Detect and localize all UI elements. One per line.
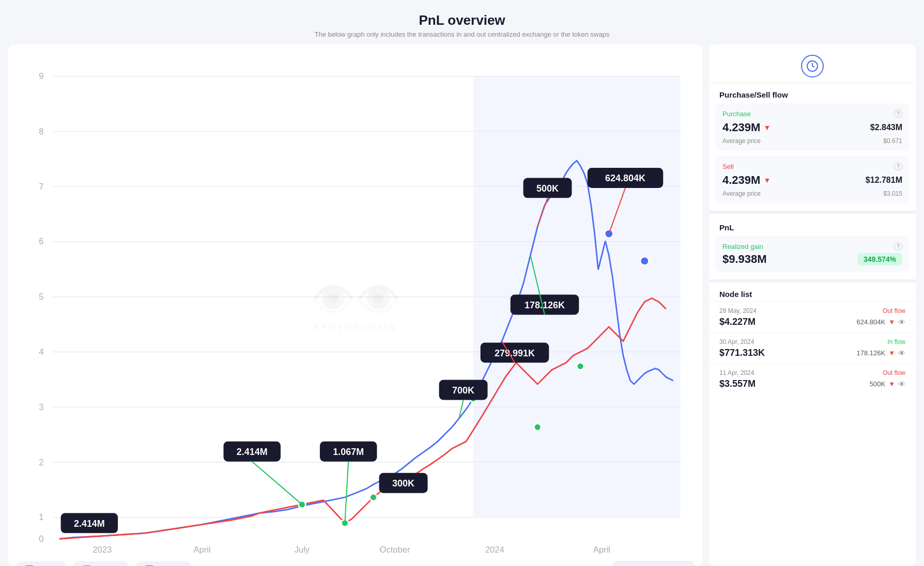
pnl-badge: 349.574% <box>857 253 902 265</box>
svg-text:700K: 700K <box>452 385 474 396</box>
node-date-2: 11 Apr, 2024 <box>719 369 754 376</box>
svg-point-28 <box>370 494 377 501</box>
svg-text:2023: 2023 <box>93 545 112 555</box>
node-item-1: 30 Apr, 2024 In flow $771.313K 178.126K … <box>709 333 916 364</box>
purchase-usd: $2.843M <box>870 123 902 132</box>
svg-point-30 <box>534 423 541 431</box>
node-list-title: Node list <box>709 285 916 302</box>
legend-inflow[interactable]: ✓ Inflow <box>17 561 66 566</box>
purchase-help-icon[interactable]: ? <box>894 109 902 118</box>
purchase-amount-row: 4.239M ▼ $2.843M <box>722 121 902 134</box>
sidebar-top <box>709 44 916 83</box>
page-title: PnL overview <box>0 12 924 28</box>
node-flow-2: Out flow <box>883 369 905 376</box>
node-amount-0: $4.227M <box>719 317 756 327</box>
page-container: PnL overview The below graph only includ… <box>0 0 924 566</box>
node-row2-1: $771.313K 178.126K ▼ 👁 <box>719 348 905 358</box>
svg-point-33 <box>640 257 649 265</box>
sell-avg-row: Average price $3.015 <box>722 190 902 197</box>
svg-text:1.067M: 1.067M <box>333 447 364 457</box>
svg-text:8: 8 <box>39 127 43 136</box>
purchase-label: Purchase ? <box>722 109 902 118</box>
purchase-amount: 4.239M ▼ <box>722 121 771 134</box>
svg-line-52 <box>252 462 302 505</box>
sidebar: Purchase/Sell flow Purchase ? 4.239M ▼ $… <box>709 44 916 566</box>
sell-section: Sell ? 4.239M ▼ $12.781M Average price $… <box>715 156 910 203</box>
node-row1-1: 30 Apr, 2024 In flow <box>719 338 905 345</box>
svg-point-31 <box>577 363 584 370</box>
pnl-amount: $9.938M <box>722 253 767 266</box>
node-row2-0: $4.227M 624.804K ▼ 👁 <box>719 317 905 327</box>
node-item-2: 11 Apr, 2024 Out flow $3.557M 500K ▼ 👁 <box>709 364 916 395</box>
node-flow-0: Out flow <box>883 307 905 315</box>
eye-icon-2[interactable]: 👁 <box>898 380 905 388</box>
node-tokens-1: 178.126K ▼ 👁 <box>856 349 905 357</box>
eye-icon-1[interactable]: 👁 <box>898 349 905 357</box>
page-header: PnL overview The below graph only includ… <box>0 0 924 44</box>
chart-area: 👁️👁️ SPOTONCHAIN 9 8 <box>8 44 703 566</box>
sell-help-icon[interactable]: ? <box>894 162 902 170</box>
sell-down-arrow: ▼ <box>763 176 771 184</box>
node-item-0: 28 May, 2024 Out flow $4.227M 624.804K ▼… <box>709 302 916 333</box>
realized-label: Realized gain ? <box>722 242 902 250</box>
node-tokens-0: 624.804K ▼ 👁 <box>856 318 905 326</box>
svg-text:279.991K: 279.991K <box>495 348 535 358</box>
sell-label: Sell ? <box>722 162 902 170</box>
purchase-avg-val: $0.671 <box>883 137 902 145</box>
sell-usd: $12.781M <box>866 176 902 185</box>
svg-text:1: 1 <box>39 512 43 522</box>
node-row1-0: 28 May, 2024 Out flow <box>719 307 905 315</box>
svg-text:October: October <box>380 545 410 555</box>
sell-amount-row: 4.239M ▼ $12.781M <box>722 174 902 187</box>
purchase-section: Purchase ? 4.239M ▼ $2.843M Average pric… <box>715 103 910 151</box>
sell-avg-label: Average price <box>722 190 761 197</box>
pnl-section: Realized gain ? $9.938M 349.574% <box>715 236 910 272</box>
svg-text:July: July <box>295 545 310 555</box>
svg-text:4: 4 <box>39 347 43 357</box>
svg-text:2: 2 <box>39 458 43 467</box>
svg-text:500K: 500K <box>536 183 559 194</box>
legend-amount[interactable]: ✓ Amount <box>136 561 191 566</box>
sell-amount: 4.239M ▼ <box>722 174 771 187</box>
purchase-sell-title: Purchase/Sell flow <box>709 83 916 103</box>
svg-text:9: 9 <box>39 71 43 81</box>
purchase-avg-label: Average price <box>722 137 761 145</box>
node-flow-1: In flow <box>887 338 905 345</box>
svg-text:300K: 300K <box>392 478 414 489</box>
clock-icon <box>801 55 824 77</box>
svg-text:5: 5 <box>39 292 43 302</box>
svg-text:2024: 2024 <box>485 545 504 555</box>
svg-text:2.414M: 2.414M <box>74 518 105 529</box>
sell-avg-val: $3.015 <box>883 190 902 197</box>
node-amount-2: $3.557M <box>719 379 756 389</box>
node-date-1: 30 Apr, 2024 <box>719 338 754 345</box>
node-row1-2: 11 Apr, 2024 Out flow <box>719 369 905 376</box>
eye-icon-0[interactable]: 👁 <box>898 318 905 326</box>
legend-outflow[interactable]: ✓ Outflow <box>74 561 128 566</box>
chart-svg: 9 8 7 6 5 4 3 2 1 0 2023 April July Octo… <box>17 55 695 556</box>
svg-text:178.126K: 178.126K <box>525 300 565 310</box>
purchase-down-arrow: ▼ <box>763 123 771 132</box>
node-tokens-2: 500K ▼ 👁 <box>870 380 905 388</box>
svg-line-53 <box>345 462 348 523</box>
node-amount-1: $771.313K <box>719 348 765 358</box>
node-date-0: 28 May, 2024 <box>719 307 757 315</box>
node-row2-2: $3.557M 500K ▼ 👁 <box>719 379 905 389</box>
svg-text:3: 3 <box>39 402 43 412</box>
chart-wrapper: 👁️👁️ SPOTONCHAIN 9 8 <box>17 55 695 556</box>
svg-text:April: April <box>593 545 610 555</box>
pnl-amount-row: $9.938M 349.574% <box>722 253 902 266</box>
chart-legend: ✓ Inflow ✓ Outflow ✓ Amount <box>17 556 695 566</box>
svg-text:0: 0 <box>39 534 43 544</box>
page-subtitle: The below graph only includes the transa… <box>0 30 924 38</box>
main-content: 👁️👁️ SPOTONCHAIN 9 8 <box>0 44 924 566</box>
svg-text:624.804K: 624.804K <box>605 173 645 183</box>
svg-text:April: April <box>194 545 211 555</box>
svg-text:6: 6 <box>39 237 43 246</box>
svg-text:7: 7 <box>39 182 43 192</box>
pnl-help-icon[interactable]: ? <box>894 242 902 250</box>
group-by-button[interactable]: Group by: 1 hour ▾ <box>613 561 695 566</box>
purchase-avg-row: Average price $0.671 <box>722 137 902 145</box>
pnl-title: PnL <box>709 216 916 236</box>
svg-text:2.414M: 2.414M <box>237 447 268 457</box>
